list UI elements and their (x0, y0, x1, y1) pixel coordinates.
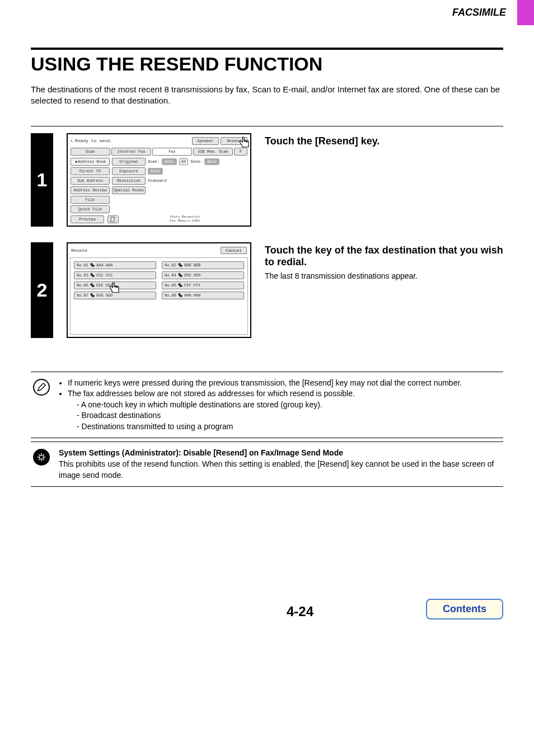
preview-button[interactable]: Preview (71, 215, 104, 223)
doc-icon-button[interactable] (107, 215, 119, 223)
section-label: FACSIMILE (452, 0, 517, 25)
note2-title: System Settings (Administrator): Disable… (59, 448, 343, 457)
send-auto-value: Auto (204, 158, 219, 165)
resend-item[interactable]: No.04DDD DDD (162, 271, 244, 279)
phone-icon (178, 263, 182, 267)
tab-internet-fax[interactable]: Internet Fax (111, 148, 151, 156)
address-book-button[interactable]: ▶Address Book (71, 158, 110, 166)
step2-body: The last 8 transmission destinations app… (265, 271, 503, 280)
resend-screen-title: Resend (71, 248, 87, 253)
contents-button[interactable]: Contents (426, 599, 503, 619)
step1-instruction: Touch the [Resend] key. (265, 135, 503, 147)
scan-label: Scan: (148, 159, 160, 164)
resend-item[interactable]: No.05EEE EEE (74, 281, 156, 289)
scan-auto-value: Auto (162, 158, 177, 165)
special-modes-button[interactable]: Special Modes (112, 186, 146, 194)
svg-point-1 (39, 456, 43, 459)
phone-icon (178, 283, 182, 288)
resend-item[interactable]: No.02BBB BBB (162, 261, 244, 269)
hand-icon-small: ↖ (71, 138, 73, 143)
speaker-button[interactable]: Speaker (192, 137, 219, 145)
sub-address-button[interactable]: Sub Address (71, 177, 110, 185)
step-number: 2 (31, 242, 53, 338)
phone-icon (90, 283, 95, 288)
fax-base-screen: ↖ Ready to send. Speaker Resend Scan Int… (67, 133, 251, 227)
note2-body: This prohibits use of the resend functio… (59, 459, 501, 481)
direct-tx-button[interactable]: Direct TX (71, 167, 110, 175)
quick-file-button[interactable]: Quick File (71, 205, 110, 213)
resend-list-screen: Resend Cancel No.01AAA AAA No.02BBB BBB … (67, 242, 251, 338)
phone-icon (90, 273, 95, 278)
step-1: 1 ↖ Ready to send. Speaker Resend Sc (31, 133, 503, 227)
phone-icon (178, 273, 182, 278)
file-button[interactable]: File (71, 196, 110, 204)
step2-instruction: Touch the key of the fax destination tha… (265, 245, 503, 268)
header-bar: FACSIMILE (0, 0, 534, 25)
exposure-value: Auto (148, 168, 163, 175)
address-review-button[interactable]: Address Review (71, 186, 110, 194)
note1-sub3: Destinations transmitted to using a prog… (77, 421, 462, 433)
note1-bullet2: The fax addresses below are not stored a… (68, 388, 462, 432)
resolution-value: Standard (148, 179, 167, 183)
ready-label: Ready to send. (75, 138, 113, 143)
step-2: 2 Resend Cancel No.01AAA AAA No.02BBB BB… (31, 242, 503, 338)
rule-intro-end (31, 126, 503, 126)
note1-sub1: A one-touch key in which multiple destin… (77, 400, 462, 411)
document-icon (110, 217, 116, 222)
page-title: USING THE RESEND FUNCTION (31, 53, 503, 75)
phone-icon (90, 263, 95, 267)
tab-fax[interactable]: Fax (152, 148, 192, 156)
pencil-icon (33, 379, 50, 396)
pointer-hand-icon (107, 280, 123, 295)
resend-item[interactable]: No.06FFF FFF (162, 281, 244, 289)
intro-text: The destinations of the most recent 8 tr… (31, 84, 503, 107)
settings-note: System Settings (Administrator): Disable… (31, 442, 503, 487)
resend-destination-list: No.01AAA AAA No.02BBB BBB No.03CCC CCC N… (74, 261, 244, 299)
tab-scan[interactable]: Scan (71, 148, 110, 156)
send-label: Send: (190, 159, 202, 164)
resolution-button[interactable]: Resolution (112, 177, 146, 185)
cancel-button[interactable]: Cancel (221, 247, 247, 254)
svg-rect-0 (111, 217, 114, 222)
resend-item[interactable]: No.03CCC CCC (74, 271, 156, 279)
section-color-tab (517, 0, 534, 25)
original-button[interactable]: Original (112, 158, 146, 166)
pointer-hand-icon (237, 134, 252, 150)
fax-memory-label: Fax Memory:100% (170, 219, 200, 223)
tab-usb-mem-scan[interactable]: USB Mem. Scan (193, 148, 233, 156)
scan-size-value: A4 (179, 158, 188, 165)
exposure-button[interactable]: Exposure (112, 167, 146, 175)
note1-sub2: Broadcast destinations (77, 410, 462, 421)
gear-icon (33, 449, 50, 466)
rule-top (31, 48, 503, 50)
info-note: If numeric keys were pressed during the … (31, 372, 503, 439)
step-number: 1 (31, 133, 53, 227)
resend-item[interactable]: No.08HHH HHH (162, 292, 244, 299)
note1-bullet1: If numeric keys were pressed during the … (68, 378, 462, 389)
phone-icon (178, 293, 182, 298)
resend-item[interactable]: No.01AAA AAA (74, 261, 156, 269)
phone-icon (90, 293, 95, 298)
